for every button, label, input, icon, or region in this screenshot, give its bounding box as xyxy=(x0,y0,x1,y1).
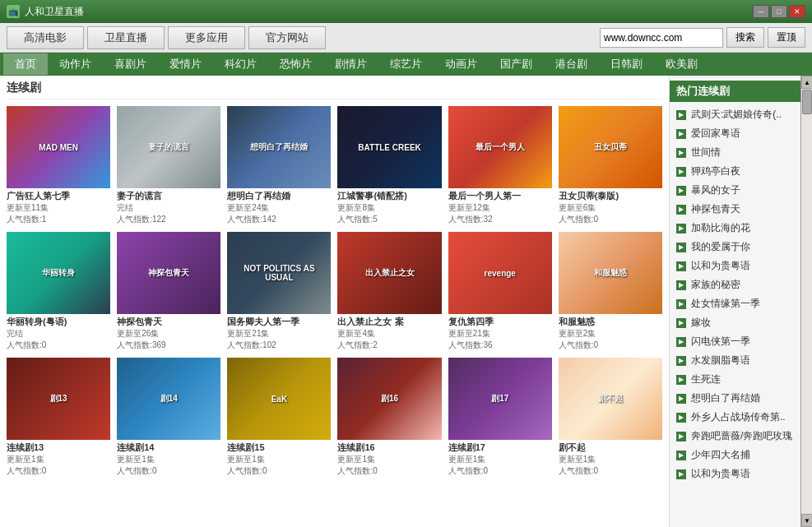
movie-title: 想明白了再结婚 xyxy=(227,190,331,202)
tab-horror[interactable]: 恐怖片 xyxy=(268,53,323,75)
sidebar-item[interactable]: ▶ 狎鸡亭白夜 xyxy=(670,162,800,181)
movie-poster: MAD MEN xyxy=(7,106,110,188)
scroll-up-arrow[interactable]: ▲ xyxy=(801,76,812,89)
scrollbar[interactable]: ▲ ▼ xyxy=(800,76,812,527)
sidebar-item[interactable]: ▶ 以和为贵粤语 xyxy=(670,465,800,483)
tab-chinese[interactable]: 国产剧 xyxy=(489,53,544,75)
movie-poster: NOT POLITICS AS USUAL xyxy=(227,232,331,314)
movie-item[interactable]: MAD MEN 广告狂人第七季 更新至11集 人气指数:1 xyxy=(7,106,110,225)
movie-item[interactable]: 出入禁止之女 出入禁止之女 案 更新至4集 人气指数:2 xyxy=(337,232,441,351)
movie-item[interactable]: 想明白了再结婚 想明白了再结婚 更新至24集 人气指数:142 xyxy=(227,106,331,225)
sidebar-item[interactable]: ▶ 以和为贵粤语 xyxy=(670,257,800,275)
sidebar-arrow-icon: ▶ xyxy=(676,356,686,366)
sidebar-item[interactable]: ▶ 加勒比海的花 xyxy=(670,219,800,238)
movie-item[interactable]: 剧16 连续剧16 更新至1集 人气指数:0 xyxy=(337,358,441,477)
tab-action[interactable]: 动作片 xyxy=(48,53,103,75)
satellite-button[interactable]: 卫星直播 xyxy=(87,26,165,49)
tab-western[interactable]: 欧美剧 xyxy=(654,53,709,75)
movie-update: 完结 xyxy=(117,202,220,214)
sidebar-item[interactable]: ▶ 家族的秘密 xyxy=(670,275,800,294)
sidebar-item[interactable]: ▶ 闪电侠第一季 xyxy=(670,332,800,351)
tab-hk-taiwan[interactable]: 港台剧 xyxy=(544,53,599,75)
sidebar-item[interactable]: ▶ 世间情 xyxy=(670,143,800,162)
sidebar-item[interactable]: ▶ 处女情缘第一季 xyxy=(670,294,800,313)
tab-drama[interactable]: 剧情片 xyxy=(323,53,378,75)
top-nav: 高清电影 卫星直播 更多应用 官方网站 搜索 置顶 xyxy=(0,23,812,53)
movie-info: 剧不起 更新至1集 人气指数:0 xyxy=(559,441,662,477)
tab-korean-japanese[interactable]: 日韩剧 xyxy=(599,53,654,75)
search-input[interactable] xyxy=(600,28,723,48)
movie-popularity: 人气指数:0 xyxy=(559,340,662,351)
movie-item[interactable]: BATTLE CREEK 江城警事(错配搭) 更新至8集 人气指数:5 xyxy=(337,106,441,225)
official-site-button[interactable]: 官方网站 xyxy=(248,26,326,49)
hd-movie-button[interactable]: 高清电影 xyxy=(7,26,84,49)
movie-grid: MAD MEN 广告狂人第七季 更新至11集 人气指数:1 妻子的谎言 妻子的谎… xyxy=(7,106,662,477)
sidebar-item[interactable]: ▶ 少年四大名捕 xyxy=(670,446,800,465)
movie-item[interactable]: 和服魅惑 和服魅惑 更新至2集 人气指数:0 xyxy=(559,232,662,351)
poster-text: NOT POLITICS AS USUAL xyxy=(227,232,331,314)
poster-text: 想明白了再结婚 xyxy=(227,106,331,188)
sidebar-item[interactable]: ▶ 想明白了再结婚 xyxy=(670,389,800,408)
movie-item[interactable]: 剧13 连续剧13 更新至1集 人气指数:0 xyxy=(7,358,110,477)
sidebar-item-label: 奔跑吧蔷薇/奔跑吧玫瑰 xyxy=(691,429,792,443)
sidebar-item[interactable]: ▶ 神探包青天 xyxy=(670,200,800,219)
tab-comedy[interactable]: 喜剧片 xyxy=(103,53,158,75)
more-apps-button[interactable]: 更多应用 xyxy=(168,26,245,49)
search-button[interactable]: 搜索 xyxy=(726,27,764,48)
tab-romance[interactable]: 爱情片 xyxy=(158,53,213,75)
movie-item[interactable]: NOT POLITICS AS USUAL 国务卿夫人第一季 更新至21集 人气… xyxy=(227,232,331,351)
movie-item[interactable]: 最后一个男人 最后一个男人第一 更新至12集 人气指数:32 xyxy=(448,106,552,225)
settings-button[interactable]: 置顶 xyxy=(768,27,805,48)
poster-text: 剧17 xyxy=(448,358,552,440)
movie-info: 复仇第四季 更新至21集 人气指数:36 xyxy=(448,316,552,351)
sidebar-arrow-icon: ▶ xyxy=(676,243,686,252)
movie-poster: 剧14 xyxy=(117,358,220,440)
tab-home[interactable]: 首页 xyxy=(3,53,48,75)
poster-text: 最后一个男人 xyxy=(448,106,552,188)
movie-item[interactable]: 丑女贝蒂 丑女贝蒂(泰版) 更新至6集 人气指数:0 xyxy=(559,106,662,225)
movie-title: 连续剧13 xyxy=(7,441,110,454)
movie-item[interactable]: 华丽转身 华丽转身(粤语) 完结 人气指数:0 xyxy=(7,232,110,351)
close-button[interactable]: ✕ xyxy=(789,5,805,18)
movie-info: 连续剧15 更新至1集 人气指数:0 xyxy=(227,441,331,477)
movie-item[interactable]: 剧不起 剧不起 更新至1集 人气指数:0 xyxy=(559,358,662,477)
sidebar-item-label: 外乡人占战场传奇第.. xyxy=(691,410,786,424)
poster-text: BATTLE CREEK xyxy=(337,106,441,188)
sidebar-item[interactable]: ▶ 生死连 xyxy=(670,370,800,389)
maximize-button[interactable]: □ xyxy=(771,5,787,18)
sidebar-item-label: 水发胭脂粤语 xyxy=(691,354,750,368)
movie-update: 更新至1集 xyxy=(337,454,441,465)
movie-poster: 最后一个男人 xyxy=(448,106,552,188)
sidebar: 热门连续剧 ▶ 武则天:武媚娘传奇(.. ▶ 爱回家粤语 ▶ 世间情 ▶ 狎鸡亭… xyxy=(669,76,800,527)
movie-popularity: 人气指数:0 xyxy=(117,465,220,477)
movie-title: 和服魅惑 xyxy=(559,316,662,328)
movie-poster: BATTLE CREEK xyxy=(337,106,441,188)
movie-info: 江城警事(错配搭) 更新至8集 人气指数:5 xyxy=(337,190,441,225)
movie-item[interactable]: EaK 连续剧15 更新至1集 人气指数:0 xyxy=(227,358,331,477)
sidebar-item[interactable]: ▶ 暴风的女子 xyxy=(670,181,800,200)
poster-text: 剧13 xyxy=(7,358,110,440)
tab-scifi[interactable]: 科幻片 xyxy=(213,53,268,75)
sidebar-item[interactable]: ▶ 我的爱属于你 xyxy=(670,238,800,257)
sidebar-item[interactable]: ▶ 外乡人占战场传奇第.. xyxy=(670,408,800,427)
sidebar-item[interactable]: ▶ 爱回家粤语 xyxy=(670,124,800,143)
sidebar-item[interactable]: ▶ 水发胭脂粤语 xyxy=(670,351,800,370)
movie-popularity: 人气指数:122 xyxy=(117,214,220,225)
movie-item[interactable]: 妻子的谎言 妻子的谎言 完结 人气指数:122 xyxy=(117,106,220,225)
scroll-track[interactable] xyxy=(801,89,812,514)
sidebar-item[interactable]: ▶ 武则天:武媚娘传奇(.. xyxy=(670,105,800,124)
tab-animation[interactable]: 动画片 xyxy=(434,53,489,75)
scroll-down-arrow[interactable]: ▼ xyxy=(801,514,812,527)
movie-popularity: 人气指数:0 xyxy=(337,465,441,477)
scroll-thumb[interactable] xyxy=(802,90,812,114)
movie-update: 更新至21集 xyxy=(448,328,552,340)
movie-update: 更新至21集 xyxy=(227,328,331,340)
movie-item[interactable]: revenge 复仇第四季 更新至21集 人气指数:36 xyxy=(448,232,552,351)
minimize-button[interactable]: ─ xyxy=(753,5,769,18)
movie-item[interactable]: 剧17 连续剧17 更新至1集 人气指数:0 xyxy=(448,358,552,477)
sidebar-item[interactable]: ▶ 嫁妆 xyxy=(670,313,800,332)
movie-item[interactable]: 剧14 连续剧14 更新至1集 人气指数:0 xyxy=(117,358,220,477)
movie-item[interactable]: 神探包青天 神探包青天 更新至26集 人气指数:369 xyxy=(117,232,220,351)
sidebar-item[interactable]: ▶ 奔跑吧蔷薇/奔跑吧玫瑰 xyxy=(670,427,800,446)
tab-variety[interactable]: 综艺片 xyxy=(378,53,434,75)
